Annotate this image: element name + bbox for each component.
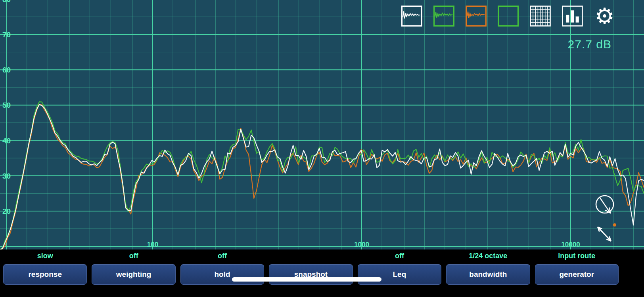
trace-d-empty-button[interactable]	[497, 5, 519, 27]
grid-icon	[529, 5, 551, 27]
trace-white-icon	[401, 5, 423, 27]
bottom-strip	[0, 289, 644, 297]
svg-text:1000: 1000	[354, 241, 369, 248]
band-display-button[interactable]	[562, 5, 583, 27]
bandwidth-button[interactable]: bandwidth	[446, 264, 530, 285]
trace-a-white-button[interactable]	[401, 5, 423, 27]
status-row: slow off off off 1/24 octave input route	[0, 249, 644, 262]
svg-text:40: 40	[2, 137, 11, 145]
trace-c-orange-button[interactable]	[465, 5, 487, 27]
trace-green-icon	[433, 5, 455, 27]
empty-trace-icon	[497, 5, 519, 27]
svg-text:50: 50	[2, 101, 11, 109]
status-leq: off	[358, 252, 441, 260]
spl-readout: 27.7 dB	[568, 38, 611, 51]
grid-layer	[0, 0, 644, 249]
leq-button[interactable]: Leq	[358, 264, 441, 285]
menu-bar: response weighting hold snapshot Leq ban…	[0, 262, 644, 289]
spectrum-display[interactable]: 80706050403020100100010000	[0, 0, 644, 249]
trace-white-line	[0, 105, 644, 249]
svg-text:30: 30	[2, 172, 11, 180]
pan-control-icon[interactable]	[592, 192, 619, 224]
trace-orange-line	[0, 104, 644, 249]
svg-text:60: 60	[2, 66, 11, 74]
svg-text:80: 80	[2, 0, 11, 4]
svg-text:100: 100	[147, 241, 158, 248]
snapshot-progress-bar[interactable]	[232, 277, 381, 282]
trace-orange-icon	[465, 5, 487, 27]
generator-button[interactable]: generator	[535, 264, 619, 285]
svg-text:10000: 10000	[561, 241, 580, 248]
hold-button[interactable]: hold	[180, 264, 264, 285]
svg-text:70: 70	[2, 30, 11, 39]
scale-control-icon[interactable]	[593, 220, 621, 248]
bar-chart-icon	[562, 5, 583, 27]
spectrum-plot[interactable]: 80706050403020100100010000	[0, 0, 644, 249]
response-button[interactable]: response	[3, 264, 87, 285]
orange-dot	[613, 223, 616, 227]
status-response-mode: slow	[3, 252, 87, 260]
snapshot-button[interactable]: snapshot	[269, 264, 353, 285]
weighting-button[interactable]: weighting	[92, 264, 175, 285]
status-bandwidth: 1/24 octave	[446, 252, 530, 260]
rta-analyzer-app: 80706050403020100100010000	[0, 0, 644, 297]
trace-b-green-button[interactable]	[433, 5, 455, 27]
settings-gear-icon[interactable]: ⚙	[594, 5, 615, 27]
svg-text:20: 20	[2, 207, 11, 215]
status-hold: off	[180, 252, 264, 260]
grid-display-button[interactable]	[529, 5, 551, 27]
status-generator: input route	[535, 252, 619, 260]
toolbar: ⚙	[401, 5, 615, 27]
status-weighting: off	[92, 252, 175, 260]
